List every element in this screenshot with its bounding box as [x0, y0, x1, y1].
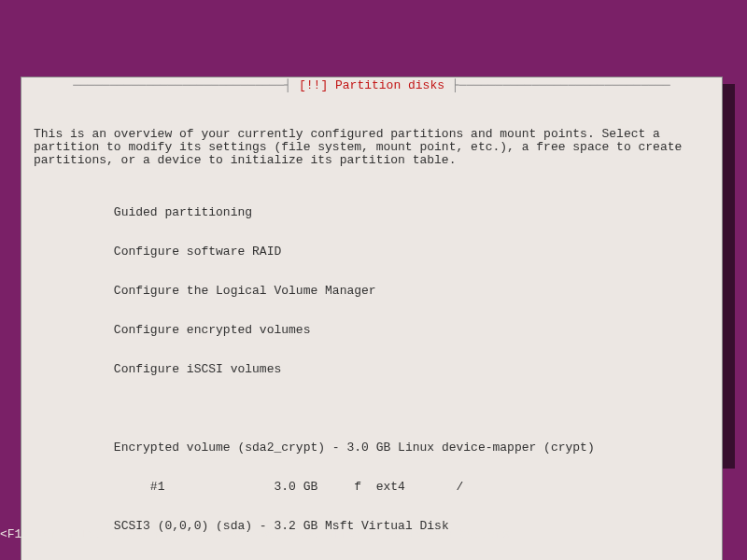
- dialog-title: [!!] Partition disks: [299, 78, 444, 92]
- device-encrypted-header[interactable]: Encrypted volume (sda2_crypt) - 3.0 GB L…: [34, 441, 710, 455]
- menu-raid[interactable]: Configure software RAID: [34, 245, 710, 259]
- blank-1: [34, 402, 710, 415]
- menu-encrypted[interactable]: Configure encrypted volumes: [34, 324, 710, 337]
- device-encrypted-p1[interactable]: #1 3.0 GB f ext4 /: [34, 481, 710, 494]
- dialog-content: This is an overview of your currently co…: [21, 92, 722, 560]
- footer-help: <F1> for help; <Tab> moves; <Space> sele…: [0, 528, 510, 541]
- menu-lvm[interactable]: Configure the Logical Volume Manager: [34, 285, 710, 298]
- menu-guided[interactable]: Guided partitioning: [34, 206, 710, 219]
- intro-text: This is an overview of your currently co…: [34, 128, 710, 167]
- partition-dialog: ─────────────────────────────┤ [!!] Part…: [21, 77, 723, 560]
- dialog-title-border: ─────────────────────────────┤ [!!] Part…: [21, 77, 722, 92]
- menu-iscsi[interactable]: Configure iSCSI volumes: [34, 363, 710, 376]
